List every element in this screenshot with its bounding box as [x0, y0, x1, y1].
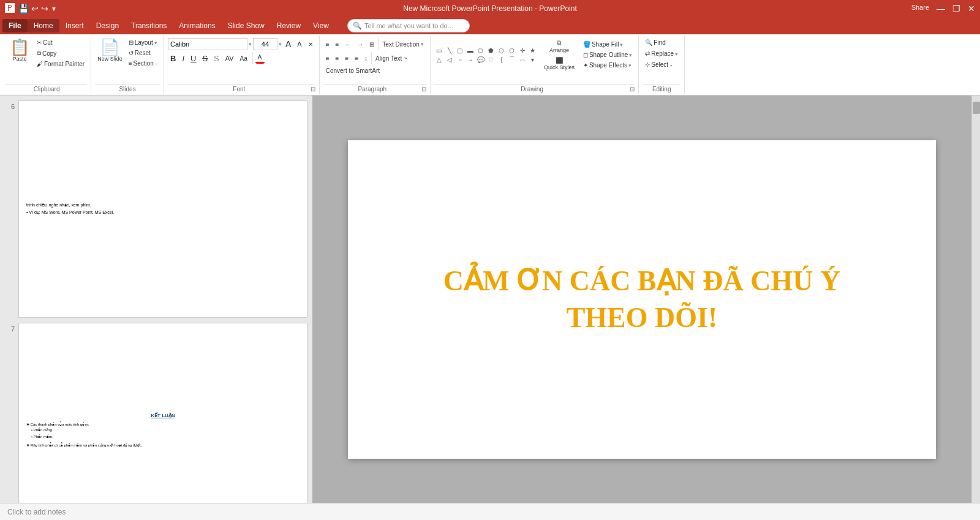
shape-arc[interactable]: ⌓: [518, 55, 527, 64]
shape-rect2[interactable]: ▬: [466, 46, 475, 55]
font-size-input[interactable]: [253, 38, 277, 50]
align-right-button[interactable]: ≡: [342, 54, 351, 63]
replace-button[interactable]: ⇄ Replace ▾: [643, 49, 680, 58]
shape-crv[interactable]: ⌒: [507, 55, 517, 64]
slide-thumb-7[interactable]: KẾT LUẬN ❖ Các thành phần của máy tính g…: [18, 323, 307, 503]
reset-button[interactable]: ↺ Reset: [126, 48, 160, 58]
columns-button[interactable]: ⊞: [367, 40, 377, 49]
shape-fill-button[interactable]: 🪣 Shape Fill ▾: [581, 40, 635, 49]
numbering-button[interactable]: ≡: [333, 40, 342, 49]
select-button[interactable]: ⊹ Select -: [643, 60, 674, 69]
shape-outline-button[interactable]: ◻ Shape Outline ▾: [581, 50, 635, 59]
align-left-button[interactable]: ≡: [323, 54, 332, 63]
align-center-button[interactable]: ≡: [333, 54, 342, 63]
layout-button[interactable]: ⊟ Layout ▾: [126, 38, 160, 47]
copy-button[interactable]: ⧉ Copy: [34, 48, 87, 58]
underline-button[interactable]: U: [188, 53, 198, 64]
line-spacing-button[interactable]: ↕: [362, 54, 370, 63]
right-scrollbar[interactable]: [971, 96, 980, 503]
shape-effects-button[interactable]: ✦ Shape Effects ▾: [581, 61, 635, 70]
slide-panel[interactable]: 6 trình chiếu, nghe nhạc, xem phim. • Ví…: [0, 96, 312, 503]
font-size-dropdown[interactable]: ▾: [279, 41, 282, 47]
shape-star[interactable]: ★: [528, 46, 538, 55]
paste-button[interactable]: 📋 Paste: [6, 38, 33, 63]
text-shadow-button[interactable]: S: [211, 53, 222, 64]
slide-canvas[interactable]: CẢM ƠN CÁC BẠN ĐÃ CHÚ ÝTHEO DÕI!: [348, 140, 936, 459]
clear-format-button[interactable]: ✕: [306, 40, 315, 49]
divider: [378, 38, 379, 50]
shape-line[interactable]: ╲: [445, 46, 454, 55]
font-row1: ▾ ▾ A A ✕: [168, 38, 315, 50]
menu-slideshow[interactable]: Slide Show: [222, 19, 271, 32]
justify-button[interactable]: ≡: [352, 54, 361, 63]
tell-me-placeholder: Tell me what you want to do...: [364, 22, 453, 29]
restore-button[interactable]: ❐: [952, 4, 960, 13]
shape-rect[interactable]: ▭: [434, 46, 444, 55]
menu-transitions[interactable]: Transitions: [125, 19, 173, 32]
menu-animations[interactable]: Animations: [173, 19, 221, 32]
increase-font-button[interactable]: A: [283, 38, 293, 50]
menu-insert[interactable]: Insert: [59, 19, 90, 32]
shape-penta[interactable]: ⬟: [486, 46, 496, 55]
shape-cross[interactable]: ✛: [518, 46, 527, 55]
minimize-button[interactable]: —: [937, 4, 945, 13]
change-case-button[interactable]: Aa: [238, 54, 250, 63]
char-spacing-button[interactable]: AV: [223, 53, 236, 63]
menu-file[interactable]: File: [2, 19, 28, 32]
share-button[interactable]: Share: [911, 4, 929, 13]
arrange-button[interactable]: ⧉ Arrange: [541, 38, 577, 55]
bold-button[interactable]: B: [168, 53, 178, 64]
menu-design[interactable]: Design: [90, 19, 125, 32]
shape-arrow[interactable]: →: [466, 55, 475, 64]
decrease-font-button[interactable]: A: [295, 39, 304, 49]
editing-label: Editing: [643, 84, 680, 92]
notes-bar[interactable]: Click to add notes: [0, 503, 980, 520]
menu-bar: File Home Insert Design Transitions Anim…: [0, 17, 980, 34]
shape-tri[interactable]: △: [434, 55, 444, 64]
tell-me-input[interactable]: 🔍 Tell me what you want to do...: [347, 19, 470, 32]
format-painter-button[interactable]: 🖌 Format Painter: [34, 59, 87, 69]
shape-roundrect[interactable]: ▢: [455, 46, 465, 55]
font-expand-icon[interactable]: ⊡: [311, 86, 315, 92]
window-controls: Share — ❐ ✕: [911, 4, 975, 13]
cut-button[interactable]: ✂ Cut: [34, 38, 87, 47]
find-button[interactable]: 🔍 Find: [643, 38, 668, 47]
menu-review[interactable]: Review: [271, 19, 307, 32]
increase-indent-button[interactable]: →: [355, 40, 366, 49]
font-name-input[interactable]: [168, 38, 247, 50]
shape-oct[interactable]: ⬡: [507, 46, 517, 55]
shape-diamond[interactable]: ⬠: [476, 46, 486, 55]
shape-bracket[interactable]: {: [497, 55, 507, 64]
decrease-indent-button[interactable]: ←: [342, 40, 353, 49]
save-icon[interactable]: 💾: [18, 4, 29, 13]
convert-smartart-button[interactable]: Convert to SmartArt: [323, 66, 382, 75]
shape-heart[interactable]: ♡: [486, 55, 496, 64]
shape-more[interactable]: ▾: [528, 55, 538, 64]
drawing-label: Drawing ⊡: [434, 84, 635, 92]
paragraph-expand-icon[interactable]: ⊡: [421, 86, 426, 92]
close-button[interactable]: ✕: [968, 4, 975, 13]
menu-view[interactable]: View: [307, 19, 335, 32]
font-name-dropdown[interactable]: ▾: [249, 41, 252, 47]
align-text-button[interactable]: Align Text ~: [373, 54, 410, 63]
customize-icon[interactable]: ▼: [51, 6, 57, 12]
shape-hex[interactable]: ⬡: [497, 46, 507, 55]
new-slide-button[interactable]: 📄 New Slide: [95, 38, 125, 63]
bullets-button[interactable]: ≡: [323, 40, 332, 49]
scrollbar-thumb[interactable]: [973, 102, 980, 114]
ribbon: 📋 Paste ✂ Cut ⧉ Copy 🖌 Format Painter: [0, 34, 980, 96]
redo-icon[interactable]: ↪: [41, 4, 48, 13]
shape-circle[interactable]: ○: [455, 55, 465, 64]
undo-icon[interactable]: ↩: [31, 4, 39, 13]
menu-home[interactable]: Home: [28, 19, 59, 32]
text-direction-button[interactable]: Text Direction ▾: [380, 40, 426, 49]
italic-button[interactable]: I: [179, 53, 187, 64]
quick-styles-button[interactable]: ⬛ Quick Styles: [541, 56, 577, 72]
drawing-expand-icon[interactable]: ⊡: [630, 86, 635, 92]
strikethrough-button[interactable]: S: [200, 53, 210, 64]
slide-thumb-6[interactable]: trình chiếu, nghe nhạc, xem phim. • Ví d…: [18, 100, 307, 318]
section-button[interactable]: ≡ Section -: [126, 59, 160, 68]
font-color-button[interactable]: A: [255, 53, 265, 64]
shape-rtri[interactable]: ◁: [445, 55, 454, 64]
shape-call[interactable]: 💬: [476, 55, 486, 64]
